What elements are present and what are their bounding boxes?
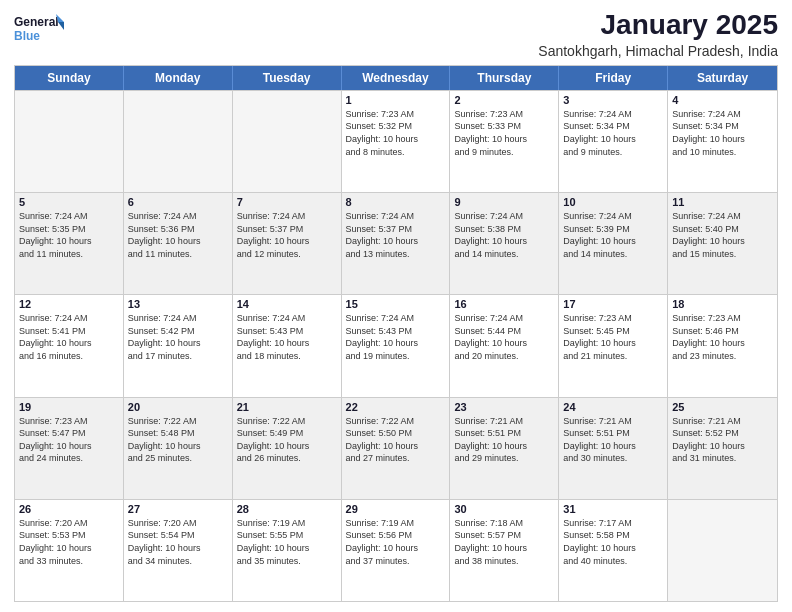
day-number: 4 bbox=[672, 94, 773, 106]
cell-day-22: 22 Sunrise: 7:22 AMSunset: 5:50 PMDaylig… bbox=[342, 398, 451, 499]
cell-day-12: 12 Sunrise: 7:24 AMSunset: 5:41 PMDaylig… bbox=[15, 295, 124, 396]
day-number: 17 bbox=[563, 298, 663, 310]
cell-day-15: 15 Sunrise: 7:24 AMSunset: 5:43 PMDaylig… bbox=[342, 295, 451, 396]
cell-details: Sunrise: 7:20 AMSunset: 5:54 PMDaylight:… bbox=[128, 517, 228, 567]
cell-day-2: 2 Sunrise: 7:23 AMSunset: 5:33 PMDayligh… bbox=[450, 91, 559, 192]
day-number: 1 bbox=[346, 94, 446, 106]
day-number: 20 bbox=[128, 401, 228, 413]
cell-details: Sunrise: 7:21 AMSunset: 5:51 PMDaylight:… bbox=[563, 415, 663, 465]
cell-details: Sunrise: 7:22 AMSunset: 5:48 PMDaylight:… bbox=[128, 415, 228, 465]
cell-details: Sunrise: 7:21 AMSunset: 5:51 PMDaylight:… bbox=[454, 415, 554, 465]
cell-day-9: 9 Sunrise: 7:24 AMSunset: 5:38 PMDayligh… bbox=[450, 193, 559, 294]
calendar-row-3: 19 Sunrise: 7:23 AMSunset: 5:47 PMDaylig… bbox=[15, 397, 777, 499]
cell-empty bbox=[15, 91, 124, 192]
calendar-row-1: 5 Sunrise: 7:24 AMSunset: 5:35 PMDayligh… bbox=[15, 192, 777, 294]
cell-day-3: 3 Sunrise: 7:24 AMSunset: 5:34 PMDayligh… bbox=[559, 91, 668, 192]
cell-details: Sunrise: 7:23 AMSunset: 5:46 PMDaylight:… bbox=[672, 312, 773, 362]
cell-day-17: 17 Sunrise: 7:23 AMSunset: 5:45 PMDaylig… bbox=[559, 295, 668, 396]
svg-text:General: General bbox=[14, 15, 59, 29]
cell-day-10: 10 Sunrise: 7:24 AMSunset: 5:39 PMDaylig… bbox=[559, 193, 668, 294]
cell-day-1: 1 Sunrise: 7:23 AMSunset: 5:32 PMDayligh… bbox=[342, 91, 451, 192]
cell-day-26: 26 Sunrise: 7:20 AMSunset: 5:53 PMDaylig… bbox=[15, 500, 124, 601]
calendar: SundayMondayTuesdayWednesdayThursdayFrid… bbox=[14, 65, 778, 602]
cell-day-27: 27 Sunrise: 7:20 AMSunset: 5:54 PMDaylig… bbox=[124, 500, 233, 601]
cell-day-31: 31 Sunrise: 7:17 AMSunset: 5:58 PMDaylig… bbox=[559, 500, 668, 601]
day-number: 25 bbox=[672, 401, 773, 413]
cell-day-25: 25 Sunrise: 7:21 AMSunset: 5:52 PMDaylig… bbox=[668, 398, 777, 499]
day-number: 6 bbox=[128, 196, 228, 208]
svg-marker-3 bbox=[58, 22, 64, 30]
cell-details: Sunrise: 7:24 AMSunset: 5:38 PMDaylight:… bbox=[454, 210, 554, 260]
header-day-wednesday: Wednesday bbox=[342, 66, 451, 90]
calendar-row-2: 12 Sunrise: 7:24 AMSunset: 5:41 PMDaylig… bbox=[15, 294, 777, 396]
cell-details: Sunrise: 7:18 AMSunset: 5:57 PMDaylight:… bbox=[454, 517, 554, 567]
day-number: 8 bbox=[346, 196, 446, 208]
cell-day-18: 18 Sunrise: 7:23 AMSunset: 5:46 PMDaylig… bbox=[668, 295, 777, 396]
cell-details: Sunrise: 7:24 AMSunset: 5:36 PMDaylight:… bbox=[128, 210, 228, 260]
day-number: 23 bbox=[454, 401, 554, 413]
cell-details: Sunrise: 7:24 AMSunset: 5:35 PMDaylight:… bbox=[19, 210, 119, 260]
header-right: January 2025 Santokhgarh, Himachal Prade… bbox=[538, 10, 778, 59]
cell-day-5: 5 Sunrise: 7:24 AMSunset: 5:35 PMDayligh… bbox=[15, 193, 124, 294]
day-number: 30 bbox=[454, 503, 554, 515]
day-number: 29 bbox=[346, 503, 446, 515]
cell-details: Sunrise: 7:22 AMSunset: 5:49 PMDaylight:… bbox=[237, 415, 337, 465]
cell-day-21: 21 Sunrise: 7:22 AMSunset: 5:49 PMDaylig… bbox=[233, 398, 342, 499]
cell-details: Sunrise: 7:24 AMSunset: 5:34 PMDaylight:… bbox=[672, 108, 773, 158]
day-number: 22 bbox=[346, 401, 446, 413]
cell-details: Sunrise: 7:19 AMSunset: 5:55 PMDaylight:… bbox=[237, 517, 337, 567]
month-title: January 2025 bbox=[538, 10, 778, 41]
cell-day-30: 30 Sunrise: 7:18 AMSunset: 5:57 PMDaylig… bbox=[450, 500, 559, 601]
day-number: 3 bbox=[563, 94, 663, 106]
day-number: 24 bbox=[563, 401, 663, 413]
cell-details: Sunrise: 7:24 AMSunset: 5:41 PMDaylight:… bbox=[19, 312, 119, 362]
day-number: 15 bbox=[346, 298, 446, 310]
day-number: 19 bbox=[19, 401, 119, 413]
day-number: 7 bbox=[237, 196, 337, 208]
cell-details: Sunrise: 7:23 AMSunset: 5:47 PMDaylight:… bbox=[19, 415, 119, 465]
day-number: 26 bbox=[19, 503, 119, 515]
cell-details: Sunrise: 7:23 AMSunset: 5:45 PMDaylight:… bbox=[563, 312, 663, 362]
day-number: 13 bbox=[128, 298, 228, 310]
header-day-thursday: Thursday bbox=[450, 66, 559, 90]
location-title: Santokhgarh, Himachal Pradesh, India bbox=[538, 43, 778, 59]
header-day-friday: Friday bbox=[559, 66, 668, 90]
day-number: 28 bbox=[237, 503, 337, 515]
day-number: 16 bbox=[454, 298, 554, 310]
cell-empty bbox=[668, 500, 777, 601]
day-number: 12 bbox=[19, 298, 119, 310]
cell-details: Sunrise: 7:21 AMSunset: 5:52 PMDaylight:… bbox=[672, 415, 773, 465]
day-number: 10 bbox=[563, 196, 663, 208]
cell-day-4: 4 Sunrise: 7:24 AMSunset: 5:34 PMDayligh… bbox=[668, 91, 777, 192]
day-number: 18 bbox=[672, 298, 773, 310]
cell-day-13: 13 Sunrise: 7:24 AMSunset: 5:42 PMDaylig… bbox=[124, 295, 233, 396]
cell-details: Sunrise: 7:23 AMSunset: 5:32 PMDaylight:… bbox=[346, 108, 446, 158]
cell-day-7: 7 Sunrise: 7:24 AMSunset: 5:37 PMDayligh… bbox=[233, 193, 342, 294]
day-number: 2 bbox=[454, 94, 554, 106]
header-day-tuesday: Tuesday bbox=[233, 66, 342, 90]
calendar-row-0: 1 Sunrise: 7:23 AMSunset: 5:32 PMDayligh… bbox=[15, 90, 777, 192]
logo: General Blue bbox=[14, 10, 64, 50]
day-number: 11 bbox=[672, 196, 773, 208]
cell-day-24: 24 Sunrise: 7:21 AMSunset: 5:51 PMDaylig… bbox=[559, 398, 668, 499]
calendar-row-4: 26 Sunrise: 7:20 AMSunset: 5:53 PMDaylig… bbox=[15, 499, 777, 601]
cell-details: Sunrise: 7:24 AMSunset: 5:37 PMDaylight:… bbox=[346, 210, 446, 260]
day-number: 9 bbox=[454, 196, 554, 208]
header: General Blue January 2025 Santokhgarh, H… bbox=[14, 10, 778, 59]
cell-empty bbox=[233, 91, 342, 192]
cell-day-29: 29 Sunrise: 7:19 AMSunset: 5:56 PMDaylig… bbox=[342, 500, 451, 601]
calendar-header: SundayMondayTuesdayWednesdayThursdayFrid… bbox=[15, 66, 777, 90]
cell-day-6: 6 Sunrise: 7:24 AMSunset: 5:36 PMDayligh… bbox=[124, 193, 233, 294]
day-number: 5 bbox=[19, 196, 119, 208]
cell-empty bbox=[124, 91, 233, 192]
header-day-monday: Monday bbox=[124, 66, 233, 90]
cell-details: Sunrise: 7:24 AMSunset: 5:44 PMDaylight:… bbox=[454, 312, 554, 362]
cell-details: Sunrise: 7:24 AMSunset: 5:43 PMDaylight:… bbox=[237, 312, 337, 362]
day-number: 27 bbox=[128, 503, 228, 515]
cell-day-19: 19 Sunrise: 7:23 AMSunset: 5:47 PMDaylig… bbox=[15, 398, 124, 499]
cell-details: Sunrise: 7:22 AMSunset: 5:50 PMDaylight:… bbox=[346, 415, 446, 465]
generalblue-logo-icon: General Blue bbox=[14, 10, 64, 50]
cell-details: Sunrise: 7:24 AMSunset: 5:42 PMDaylight:… bbox=[128, 312, 228, 362]
calendar-body: 1 Sunrise: 7:23 AMSunset: 5:32 PMDayligh… bbox=[15, 90, 777, 601]
cell-details: Sunrise: 7:19 AMSunset: 5:56 PMDaylight:… bbox=[346, 517, 446, 567]
